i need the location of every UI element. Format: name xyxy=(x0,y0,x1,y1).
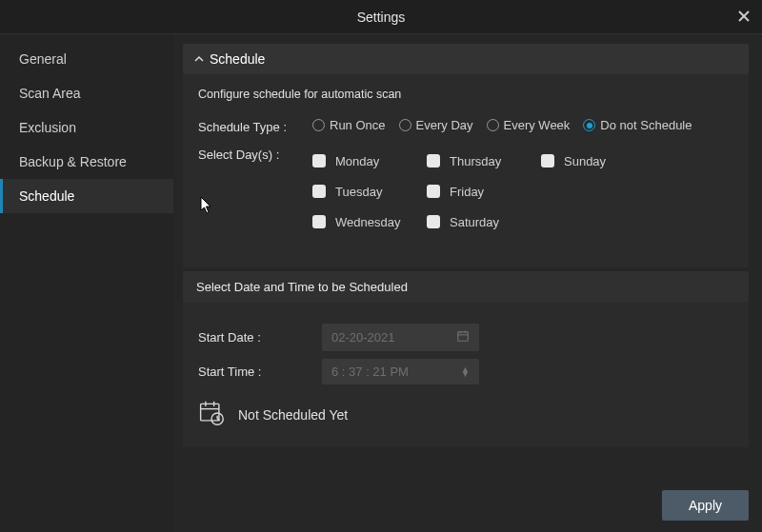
sidebar-item-label: Backup & Restore xyxy=(19,154,127,169)
radio-every-day[interactable]: Every Day xyxy=(399,118,473,132)
schedule-type-label: Schedule Type : xyxy=(198,118,312,134)
sidebar-item-label: Exclusion xyxy=(19,120,76,135)
chk-wednesday[interactable]: Wednesday xyxy=(312,215,427,229)
chk-label: Tuesday xyxy=(335,185,382,199)
start-date-value: 02-20-2021 xyxy=(331,330,395,345)
datetime-panel: Start Date : 02-20-2021 Start Time : 6 :… xyxy=(183,303,749,447)
chk-saturday[interactable]: Saturday xyxy=(427,215,541,229)
radio-dot xyxy=(399,119,411,131)
checkbox xyxy=(312,185,326,198)
radio-label: Every Day xyxy=(416,118,473,132)
sidebar-item-general[interactable]: General xyxy=(0,42,173,76)
radio-do-not-schedule[interactable]: Do not Schedule xyxy=(583,118,692,132)
radio-label: Every Week xyxy=(504,118,571,132)
radio-run-once[interactable]: Run Once xyxy=(312,118,386,132)
sidebar-item-label: Schedule xyxy=(19,188,74,204)
start-date-label: Start Date : xyxy=(198,330,322,345)
sidebar-item-schedule[interactable]: Schedule xyxy=(0,179,173,213)
schedule-subtitle: Configure schedule for automatic scan xyxy=(198,88,733,101)
datetime-heading: Select Date and Time to be Scheduled xyxy=(183,271,749,303)
spin-down-icon: ▼ xyxy=(461,372,470,377)
bottom-bar: Apply xyxy=(183,481,749,521)
days-grid: Monday Thursday Sunday Tuesday Friday We… xyxy=(312,146,733,237)
time-spinner[interactable]: ▲▼ xyxy=(461,367,470,377)
schedule-panel-header[interactable]: Schedule xyxy=(183,44,749,74)
chk-friday[interactable]: Friday xyxy=(427,185,541,199)
chk-label: Saturday xyxy=(450,215,499,229)
window-title: Settings xyxy=(357,10,406,25)
chk-label: Sunday xyxy=(564,154,606,168)
radio-dot xyxy=(312,119,325,131)
chk-sunday[interactable]: Sunday xyxy=(541,154,655,168)
sidebar: General Scan Area Exclusion Backup & Res… xyxy=(0,34,173,532)
start-time-value: 6 : 37 : 21 PM xyxy=(331,365,409,379)
checkbox xyxy=(427,215,440,228)
chk-tuesday[interactable]: Tuesday xyxy=(312,185,427,199)
chk-label: Monday xyxy=(335,154,379,168)
checkbox xyxy=(312,154,326,167)
checkbox xyxy=(541,154,554,167)
close-button[interactable] xyxy=(735,8,752,25)
svg-rect-6 xyxy=(201,404,219,421)
radio-every-week[interactable]: Every Week xyxy=(487,118,571,132)
radio-label: Do not Schedule xyxy=(600,118,692,132)
sidebar-item-scan-area[interactable]: Scan Area xyxy=(0,76,173,110)
sidebar-item-label: General xyxy=(19,51,67,67)
start-date-input[interactable]: 02-20-2021 xyxy=(322,324,479,351)
checkbox xyxy=(427,154,440,167)
apply-button[interactable]: Apply xyxy=(662,490,749,521)
calendar-icon xyxy=(456,329,470,345)
panel-title: Schedule xyxy=(210,51,265,67)
sidebar-item-backup-restore[interactable]: Backup & Restore xyxy=(0,145,173,179)
titlebar: Settings xyxy=(0,0,762,34)
close-icon xyxy=(738,10,750,22)
select-days-label: Select Day(s) : xyxy=(198,146,312,162)
checkbox xyxy=(427,185,440,198)
start-time-input[interactable]: 6 : 37 : 21 PM ▲▼ xyxy=(322,359,479,384)
radio-dot xyxy=(487,119,499,131)
schedule-status: Not Scheduled Yet xyxy=(238,407,348,423)
checkbox xyxy=(312,215,326,228)
calendar-clock-icon xyxy=(198,400,225,430)
chk-label: Wednesday xyxy=(335,215,400,229)
schedule-panel-body: Configure schedule for automatic scan Sc… xyxy=(183,74,749,267)
svg-rect-2 xyxy=(458,332,469,341)
sidebar-item-label: Scan Area xyxy=(19,86,81,101)
chk-monday[interactable]: Monday xyxy=(312,154,427,168)
sidebar-item-exclusion[interactable]: Exclusion xyxy=(0,110,173,145)
radio-label: Run Once xyxy=(330,118,386,132)
chk-label: Thursday xyxy=(450,154,501,168)
chk-thursday[interactable]: Thursday xyxy=(427,154,541,168)
schedule-type-radios: Run Once Every Day Every Week Do not Sch… xyxy=(312,118,733,132)
radio-dot xyxy=(583,119,595,131)
start-time-label: Start Time : xyxy=(198,365,322,379)
chevron-up-icon xyxy=(194,54,204,64)
content-area: Schedule Configure schedule for automati… xyxy=(173,34,762,532)
chk-label: Friday xyxy=(450,185,484,199)
